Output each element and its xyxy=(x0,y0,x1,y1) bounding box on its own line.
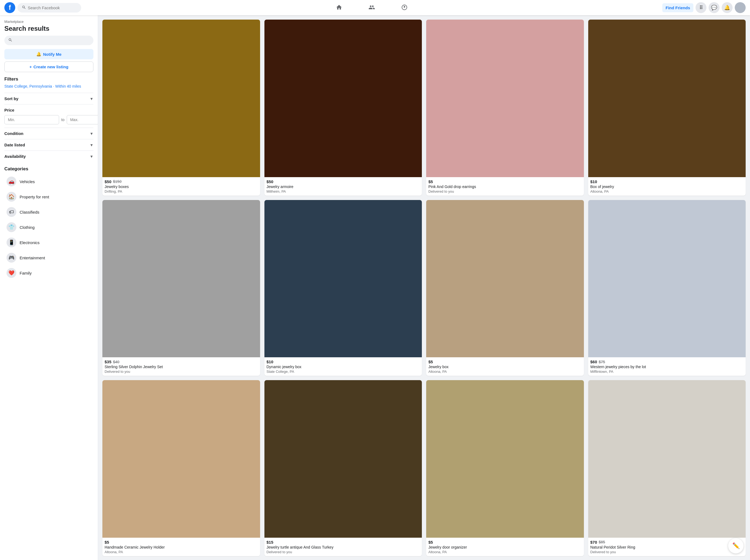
sidebar-item-clothing[interactable]: 👕 Clothing xyxy=(4,220,93,235)
main-content: $50 $150 Jewelry boxes Drifting, PA $50 … xyxy=(98,15,750,560)
apps-button[interactable]: ⠿ xyxy=(695,2,706,13)
avatar[interactable] xyxy=(735,2,746,13)
facebook-logo[interactable]: f xyxy=(4,2,15,13)
date-listed-chevron: ▼ xyxy=(90,143,93,147)
product-image xyxy=(426,20,584,177)
product-image xyxy=(102,380,260,538)
product-location: Delivered to you xyxy=(267,550,420,554)
nav-center xyxy=(81,1,662,14)
product-card[interactable]: $10 Box of jewelry Altoona, PA xyxy=(588,20,746,196)
condition-chevron: ▼ xyxy=(90,131,93,136)
nav-home-button[interactable] xyxy=(324,1,354,14)
product-image xyxy=(264,380,422,538)
product-info: $5 Handmade Ceramic Jewelry Holder Altoo… xyxy=(102,538,260,556)
create-listing-button[interactable]: + Create new listing xyxy=(4,62,93,72)
sidebar-item-family[interactable]: ❤️ Family xyxy=(4,265,93,281)
product-price: $10 xyxy=(590,179,597,184)
sort-by-filter[interactable]: Sort by ▼ xyxy=(4,93,93,104)
product-price: $35 xyxy=(104,359,112,364)
sidebar-search-container[interactable]: jewelry xyxy=(4,36,93,45)
product-image xyxy=(102,200,260,357)
product-location: Altoona, PA xyxy=(104,550,258,554)
entertainment-label: Entertainment xyxy=(20,255,45,260)
product-original-price: $150 xyxy=(113,179,121,184)
product-name: Jewelry box xyxy=(428,365,582,369)
price-max-input[interactable] xyxy=(67,115,98,124)
location-filter[interactable]: State College, Pennsylvania · Within 40 … xyxy=(4,84,93,88)
family-label: Family xyxy=(20,271,32,275)
sidebar-item-property-for-rent[interactable]: 🏠 Property for rent xyxy=(4,189,93,204)
product-card[interactable]: $5 Handmade Ceramic Jewelry Holder Altoo… xyxy=(102,380,260,556)
find-friends-button[interactable]: Find Friends xyxy=(662,3,693,12)
product-info: $60 $75 Western jewelry pieces by the lo… xyxy=(588,357,746,376)
product-image xyxy=(588,380,746,538)
breadcrumb: Marketplace xyxy=(4,20,93,24)
nav-friends-button[interactable] xyxy=(356,1,387,14)
product-card[interactable]: $10 Dynamic jewelry box State College, P… xyxy=(264,200,422,376)
product-card[interactable]: $15 Jewelry turtle antique And Glass Tur… xyxy=(264,380,422,556)
product-name: Pink And Gold drop earrings xyxy=(428,185,582,189)
family-icon: ❤️ xyxy=(6,268,16,278)
sidebar-item-vehicles[interactable]: 🚗 Vehicles xyxy=(4,174,93,189)
product-name: Jewelry turtle antique And Glass Turkey xyxy=(267,545,420,549)
property-for-rent-label: Property for rent xyxy=(20,194,49,199)
product-name: Natural Peridot Silver Ring xyxy=(590,545,744,549)
top-nav: f Find Friends ⠿ 💬 🔔 xyxy=(0,0,750,15)
product-location: Delivered to you xyxy=(590,550,744,554)
electronics-icon: 📱 xyxy=(6,237,16,247)
product-original-price: $85 xyxy=(599,540,605,544)
product-price: $5 xyxy=(428,359,433,364)
price-filter: Price to xyxy=(4,104,93,128)
product-card[interactable]: $5 Jewelry door organizer Altoona, PA xyxy=(426,380,584,556)
notify-me-button[interactable]: 🔔 Notify Me xyxy=(4,49,93,59)
product-card[interactable]: $35 $40 Sterling Silver Dolphin Jewelry … xyxy=(102,200,260,376)
sidebar-item-electronics[interactable]: 📱 Electronics xyxy=(4,235,93,250)
clothing-icon: 👕 xyxy=(6,222,16,232)
sort-by-chevron: ▼ xyxy=(90,97,93,101)
price-min-input[interactable] xyxy=(4,115,59,124)
product-image xyxy=(102,20,260,177)
product-card[interactable]: $50 Jewelry armoire Millheim, PA xyxy=(264,20,422,196)
product-image xyxy=(588,20,746,177)
notifications-button[interactable]: 🔔 xyxy=(722,2,733,13)
product-info: $5 Pink And Gold drop earrings Delivered… xyxy=(426,177,584,196)
product-info: $5 Jewelry box Altoona, PA xyxy=(426,357,584,376)
search-input[interactable] xyxy=(28,5,77,10)
sidebar-item-classifieds[interactable]: 🏷 Classifieds xyxy=(4,204,93,220)
product-info: $10 Dynamic jewelry box State College, P… xyxy=(264,357,422,376)
date-listed-filter[interactable]: Date listed ▼ xyxy=(4,139,93,150)
product-card[interactable]: $50 $150 Jewelry boxes Drifting, PA xyxy=(102,20,260,196)
condition-filter[interactable]: Condition ▼ xyxy=(4,128,93,139)
product-image xyxy=(426,200,584,357)
product-card[interactable]: $60 $75 Western jewelry pieces by the lo… xyxy=(588,200,746,376)
search-bar[interactable] xyxy=(17,3,81,13)
plus-icon: + xyxy=(29,64,32,69)
product-grid: $50 $150 Jewelry boxes Drifting, PA $50 … xyxy=(102,20,746,556)
nav-watch-button[interactable] xyxy=(389,1,420,14)
product-location: State College, PA xyxy=(267,370,420,374)
product-price: $70 xyxy=(590,540,597,544)
edit-fab-button[interactable]: ✏️ xyxy=(728,538,744,554)
product-price: $50 xyxy=(104,179,112,184)
availability-chevron: ▼ xyxy=(90,154,93,159)
sidebar-search-icon xyxy=(8,38,13,43)
nav-right: Find Friends ⠿ 💬 🔔 xyxy=(662,2,746,13)
messenger-button[interactable]: 💬 xyxy=(709,2,719,13)
price-to-label: to xyxy=(61,118,64,122)
filters-title: Filters xyxy=(4,77,93,82)
product-card[interactable]: $5 Jewelry box Altoona, PA xyxy=(426,200,584,376)
product-location: Altoona, PA xyxy=(428,550,582,554)
product-name: Jewelry boxes xyxy=(104,185,258,189)
sidebar-item-entertainment[interactable]: 🎮 Entertainment xyxy=(4,250,93,265)
product-card[interactable]: $5 Pink And Gold drop earrings Delivered… xyxy=(426,20,584,196)
sidebar-search-input[interactable]: jewelry xyxy=(15,38,90,43)
product-location: Altoona, PA xyxy=(590,189,744,193)
product-name: Dynamic jewelry box xyxy=(267,365,420,369)
electronics-label: Electronics xyxy=(20,240,39,245)
availability-filter[interactable]: Availability ▼ xyxy=(4,150,93,162)
product-card[interactable]: $70 $85 Natural Peridot Silver Ring Deli… xyxy=(588,380,746,556)
classifieds-icon: 🏷 xyxy=(6,207,16,217)
product-location: Delivered to you xyxy=(428,189,582,193)
product-info: $70 $85 Natural Peridot Silver Ring Deli… xyxy=(588,538,746,556)
page-title: Search results xyxy=(4,25,93,33)
